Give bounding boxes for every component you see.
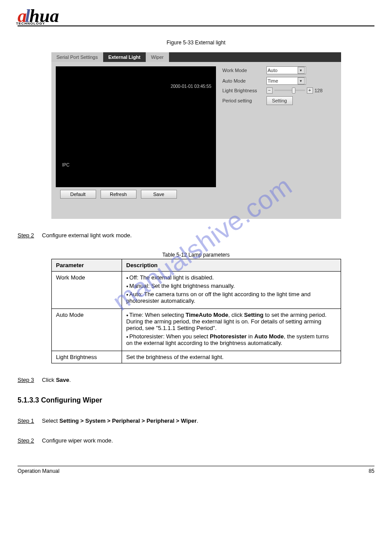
video-label: IPC — [62, 163, 70, 167]
th-parameter: Parameter — [51, 259, 122, 271]
tab-serial-port[interactable]: Serial Port Settings — [51, 52, 103, 62]
step-3-text: Click Save. — [42, 377, 71, 383]
step-3-label: Step 3 — [18, 377, 34, 383]
cell-work-mode: Work Mode — [51, 271, 122, 308]
work-mode-label: Work Mode — [223, 68, 262, 73]
bullet: Auto: The camera turns on or off the lig… — [126, 291, 336, 304]
auto-mode-select[interactable]: Time — [266, 77, 306, 85]
refresh-button[interactable]: Refresh — [101, 190, 137, 199]
cell-brightness-desc: Set the brightness of the external light… — [122, 351, 341, 363]
tab-wiper[interactable]: Wiper — [146, 52, 169, 62]
bullet: Photoresister: When you select Photoresi… — [126, 333, 336, 346]
video-preview: 2000-01-01 03:45:55 IPC — [56, 66, 216, 187]
th-description: Description — [122, 259, 341, 271]
logo-tech: TECHNOLOGY — [16, 22, 45, 25]
cell-brightness: Light Brightness — [51, 351, 122, 363]
step-1b-text: Select Setting > System > Peripheral > P… — [42, 417, 198, 424]
video-timestamp: 2000-01-01 03:45:55 — [171, 84, 212, 89]
work-mode-select[interactable]: Auto — [266, 66, 306, 74]
controls-column: Work Mode Auto Auto Mode Time Light Brig… — [223, 66, 323, 201]
cell-auto-mode-desc: Time: When selecting TimeAuto Mode, clic… — [122, 308, 341, 351]
brightness-value: 128 — [315, 88, 323, 93]
step-2b-text: Configure wiper work mode. — [42, 437, 113, 444]
cell-auto-mode: Auto Mode — [51, 308, 122, 351]
params-table: Parameter Description Work Mode Off: The… — [51, 259, 341, 363]
brightness-track[interactable] — [274, 90, 305, 91]
button-row: Default Refresh Save — [56, 187, 216, 201]
brightness-plus-button[interactable]: + — [307, 87, 313, 94]
table-row: Work Mode Off: The external light is dis… — [51, 271, 341, 308]
save-button[interactable]: Save — [141, 190, 177, 199]
step-2b-line: Step 2 Configure wiper work mode. — [18, 437, 374, 444]
step-2-line: Step 2 Configure external light work mod… — [18, 232, 374, 239]
table-caption: Table 5-12 Lamp parameters — [18, 252, 374, 258]
tab-bar: Serial Port Settings External Light Wipe… — [51, 52, 341, 62]
section-heading: 5.1.3.3 Configuring Wiper — [18, 396, 374, 404]
period-setting-button[interactable]: Setting — [266, 96, 293, 105]
bullet: Manual: Set the light brightness manuall… — [126, 283, 336, 289]
brand-logo: a l hua TECHNOLOGY — [18, 9, 374, 24]
row-work-mode: Work Mode Auto — [223, 66, 323, 74]
step-2-text: Configure external light work mode. — [42, 232, 132, 239]
row-auto-mode: Auto Mode Time — [223, 77, 323, 85]
screenshot-body: 2000-01-01 03:45:55 IPC Default Refresh … — [51, 62, 341, 219]
step-1b-label: Step 1 — [18, 417, 34, 424]
brightness-label: Light Brightness — [223, 88, 262, 93]
brightness-minus-button[interactable]: − — [266, 87, 273, 94]
footer-left: Operation Manual — [18, 468, 59, 474]
period-label: Period setting — [223, 98, 262, 103]
step-2b-label: Step 2 — [18, 437, 34, 444]
brightness-slider: − + 128 — [266, 87, 323, 94]
step-1b-line: Step 1 Select Setting > System > Periphe… — [18, 417, 374, 424]
footer-rule — [18, 466, 374, 466]
header-rule — [18, 25, 374, 26]
table-row: Light Brightness Set the brightness of t… — [51, 351, 341, 363]
screenshot-panel: Serial Port Settings External Light Wipe… — [51, 52, 341, 219]
row-period: Period setting Setting — [223, 96, 323, 105]
step-2-label: Step 2 — [18, 232, 34, 239]
brightness-thumb[interactable] — [292, 87, 295, 94]
footer-right: 85 — [369, 468, 374, 474]
cell-work-mode-desc: Off: The external light is disabled. Man… — [122, 271, 341, 308]
page-footer: Operation Manual 85 — [18, 468, 374, 474]
figure-caption-top: Figure 5-33 External light — [18, 40, 374, 46]
tab-external-light[interactable]: External Light — [103, 52, 146, 62]
row-brightness: Light Brightness − + 128 — [223, 87, 323, 94]
tab-spacer — [169, 52, 341, 62]
auto-mode-label: Auto Mode — [223, 78, 262, 83]
default-button[interactable]: Default — [60, 190, 96, 199]
bullet: Off: The external light is disabled. — [126, 274, 336, 281]
table-row: Auto Mode Time: When selecting TimeAuto … — [51, 308, 341, 351]
bullet: Time: When selecting TimeAuto Mode, clic… — [126, 312, 336, 331]
step-3-line: Step 3 Click Save. — [18, 377, 374, 383]
table-header-row: Parameter Description — [51, 259, 341, 271]
